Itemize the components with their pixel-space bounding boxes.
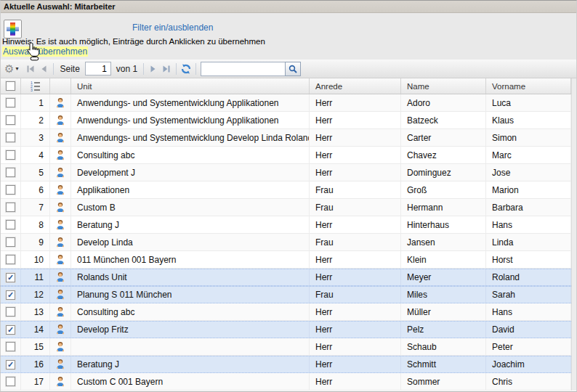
search-input[interactable] [201,62,285,76]
row-checkbox[interactable] [6,115,15,125]
table-row[interactable]: 11 Rolands Unit Herr Meyer Roland [1,269,571,286]
row-checkbox[interactable] [6,185,15,195]
table-row[interactable]: 16 Beratung J Herr Schmitt Joachim [1,356,571,373]
next-page-button[interactable] [147,62,160,76]
column-header-name[interactable]: Name [401,78,486,94]
row-select-cell[interactable] [1,199,21,216]
table-row[interactable]: 14 Develop Fritz Herr Pelz David [1,321,571,338]
anrede-cell: Herr [310,94,401,111]
row-select-cell[interactable] [1,181,21,198]
table-row[interactable]: 13 Consulting abc Herr Müller Hans [1,303,571,321]
name-cell: Meyer [401,269,486,285]
table-row[interactable]: 2 Anwendungs- und Systementwicklung Appl… [1,112,571,129]
anrede-cell: Herr [310,373,401,390]
table-row[interactable]: 4 Consulting abc Herr Chavez Marc [1,147,571,164]
person-icon-cell [50,147,71,163]
person-icon-cell [50,164,71,181]
row-checkbox[interactable] [6,290,15,300]
name-cell: Schaub [401,338,486,355]
table-row[interactable]: 8 Beratung J Herr Hinterhaus Hans [1,216,571,234]
last-page-button[interactable] [160,62,173,76]
first-page-button[interactable] [24,62,37,76]
row-select-cell[interactable] [1,94,21,111]
table-row[interactable]: 5 Development J Herr Dominguez Jose [1,164,571,181]
row-checkbox[interactable] [6,377,15,386]
row-checkbox[interactable] [6,273,15,282]
row-select-cell[interactable] [1,338,21,355]
search-button[interactable] [285,62,301,76]
row-checkbox[interactable] [6,98,15,107]
name-cell: Chavez [401,147,486,163]
numbered-list-icon: 1 2 3 [30,81,41,91]
column-header-anrede[interactable]: Anrede [310,78,401,94]
unit-cell: Rolands Unit [71,269,310,285]
row-checkbox[interactable] [6,325,15,335]
svg-text:3: 3 [31,88,33,91]
table-row[interactable]: 7 Custom B Frau Hermann Barbara [1,199,571,216]
row-select-cell[interactable] [1,251,21,268]
prev-page-button[interactable] [37,62,50,76]
person-icon [55,254,66,266]
unit-cell: Custom C 001 Bayern [71,373,310,390]
row-checkbox[interactable] [6,168,15,177]
table-row[interactable]: 10 011 München 001 Bayern Herr Klein Hor… [1,251,571,269]
refresh-button[interactable] [179,62,193,76]
filter-toggle-link[interactable]: Filter ein/ausblenden [132,23,213,33]
row-number: 4 [21,147,50,163]
page-number-input[interactable] [85,62,111,75]
person-icon [55,376,66,388]
row-checkbox[interactable] [6,203,15,212]
row-select-cell[interactable] [1,373,21,390]
vorname-cell: Linda [486,234,571,250]
table-row[interactable]: 9 Develop Linda Frau Jansen Linda [1,234,571,251]
anrede-cell: Frau [310,287,401,303]
row-checkbox[interactable] [6,360,15,369]
vorname-cell: Peter [486,338,571,355]
row-select-cell[interactable] [1,287,21,303]
anrede-cell: Herr [310,338,401,355]
person-icon [55,306,66,318]
row-checkbox[interactable] [6,342,15,351]
vertical-scrollbar-track[interactable] [571,78,576,391]
row-select-cell[interactable] [1,356,21,372]
row-select-cell[interactable] [1,303,21,320]
table-row[interactable]: 6 Applikationen Frau Groß Marion [1,181,571,199]
name-cell: Carter [401,129,486,146]
person-icon-cell [50,129,71,146]
name-cell: Pelz [401,322,486,338]
apply-selection-link[interactable]: Auswahl übernehmen [2,46,88,57]
row-select-cell[interactable] [1,269,21,285]
row-checkbox[interactable] [6,220,15,229]
table-row[interactable]: 12 Planung S 011 München Frau Miles Sara… [1,286,571,303]
selection-window: Aktuelle Auswahl: Mitarbeiter Filter ein… [0,0,577,392]
row-checkbox[interactable] [6,307,15,317]
row-checkbox[interactable] [6,133,15,142]
person-icon [55,341,66,353]
toolbar-separator [53,63,54,75]
table-row[interactable]: 1 Anwendungs- und Systementwicklung Appl… [1,94,571,112]
column-header-unit[interactable]: Unit [71,78,310,94]
anrede-cell: Herr [310,147,401,163]
row-select-cell[interactable] [1,164,21,181]
row-checkbox[interactable] [6,150,15,160]
select-all-checkbox[interactable] [6,81,15,91]
row-select-cell[interactable] [1,216,21,233]
settings-menu-button[interactable]: ⚙ ▾ [4,62,18,76]
row-select-cell[interactable] [1,147,21,163]
vorname-cell: Chris [486,373,571,390]
row-checkbox[interactable] [6,255,15,264]
column-header-vorname[interactable]: Vorname [486,78,571,94]
select-all-header[interactable] [1,78,21,94]
row-select-cell[interactable] [1,234,21,250]
row-select-cell[interactable] [1,129,21,146]
anrede-cell: Herr [310,269,401,285]
row-select-cell[interactable] [1,112,21,128]
anrede-cell: Frau [310,181,401,198]
window-title: Aktuelle Auswahl: Mitarbeiter [1,1,576,13]
table-row[interactable]: 17 Custom C 001 Bayern Herr Sommer Chris [1,373,571,391]
row-select-cell[interactable] [1,322,21,338]
table-row[interactable]: 15 Herr Schaub Peter [1,338,571,356]
row-checkbox[interactable] [6,237,15,247]
filter-chart-button[interactable] [4,20,22,38]
table-row[interactable]: 3 Anwendungs- und Systementwicklung Deve… [1,129,571,147]
